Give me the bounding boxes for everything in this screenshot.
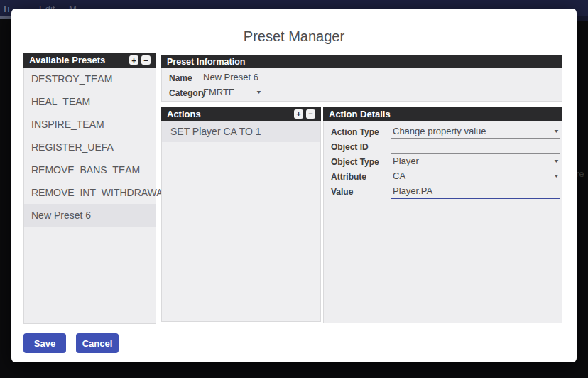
background-toolbar-sliver — [577, 16, 588, 21]
preset-name-input[interactable] — [202, 71, 263, 85]
value-input[interactable] — [391, 185, 560, 199]
object-type-field-wrap: Player ▼ — [391, 154, 560, 168]
value-field-wrap — [391, 184, 560, 198]
minus-icon: − — [143, 56, 148, 65]
plus-icon: + — [296, 109, 300, 118]
preset-list-item[interactable]: HEAL_TEAM — [24, 90, 156, 113]
attribute-row: Attribute CA ▼ — [324, 169, 562, 184]
preset-manager-dialog: Preset Manager Available Presets + − DES… — [11, 9, 577, 362]
category-select[interactable]: FMRTE ▼ — [202, 85, 263, 99]
actions-panel: Actions + − SET Player CA TO 1 — [161, 107, 321, 322]
attribute-field-wrap: CA ▼ — [391, 169, 560, 183]
chevron-down-icon: ▼ — [553, 173, 560, 178]
action-details-body: Action Type Change property value ▼ Obje… — [323, 121, 562, 323]
actions-title: Actions — [167, 109, 201, 119]
object-type-select[interactable]: Player ▼ — [391, 154, 560, 168]
category-label: Category — [169, 88, 206, 98]
chevron-down-icon: ▼ — [553, 158, 560, 163]
value-row: Value — [324, 184, 562, 199]
object-type-row: Object Type Player ▼ — [324, 154, 562, 169]
action-type-field-wrap: Change property value ▼ — [391, 124, 560, 139]
preset-list: DESTROY_TEAM HEAL_TEAM INSPIRE_TEAM REGI… — [23, 68, 156, 324]
dialog-title: Preset Manager — [11, 28, 577, 45]
attribute-label: Attribute — [331, 172, 366, 182]
available-presets-header: Available Presets + − — [23, 53, 156, 68]
category-select-value: FMRTE — [203, 87, 235, 97]
action-type-row: Action Type Change property value ▼ — [324, 124, 562, 139]
available-presets-title: Available Presets — [29, 55, 105, 65]
background-menu-fragment: Ti — [2, 4, 9, 14]
category-row: Category FMRTE ▼ — [162, 85, 562, 100]
chevron-down-icon: ▼ — [256, 90, 262, 94]
add-preset-button[interactable]: + — [129, 55, 138, 65]
actions-header: Actions + − — [161, 107, 321, 121]
action-type-select[interactable]: Change property value ▼ — [391, 124, 560, 139]
preset-list-item[interactable]: REGISTER_UEFA — [24, 136, 156, 158]
attribute-select[interactable]: CA ▼ — [391, 169, 560, 183]
preset-information-body: Name Category FMRTE ▼ — [161, 68, 562, 102]
cancel-button[interactable]: Cancel — [76, 333, 119, 353]
action-type-label: Action Type — [331, 127, 379, 137]
object-id-row: Object ID — [324, 139, 562, 154]
action-details-panel: Action Details Action Type Change proper… — [323, 107, 562, 323]
plus-icon: + — [131, 56, 136, 65]
action-details-header: Action Details — [323, 107, 562, 121]
object-type-label: Object Type — [331, 157, 379, 167]
name-label: Name — [169, 73, 192, 83]
add-action-button[interactable]: + — [294, 109, 303, 119]
category-field-wrap: FMRTE ▼ — [202, 85, 263, 99]
preset-list-item[interactable]: DESTROY_TEAM — [24, 68, 156, 90]
available-presets-panel: Available Presets + − DESTROY_TEAM HEAL_… — [23, 53, 156, 324]
preset-list-item[interactable]: REMOVE_INT_WITHDRAWAL — [24, 181, 156, 204]
preset-information-title: Preset Information — [167, 57, 245, 67]
minus-icon: − — [308, 109, 312, 118]
object-type-select-value: Player — [393, 156, 419, 166]
action-list: SET Player CA TO 1 — [161, 121, 321, 322]
name-row: Name — [162, 70, 562, 85]
save-button[interactable]: Save — [23, 333, 66, 353]
value-label: Value — [331, 187, 353, 197]
attribute-select-value: CA — [393, 171, 405, 181]
remove-preset-button[interactable]: − — [141, 55, 151, 65]
action-type-select-value: Change property value — [393, 126, 486, 136]
background-text-fragment: re — [576, 168, 584, 179]
preset-list-item-selected[interactable]: New Preset 6 — [24, 204, 156, 227]
name-field-wrap — [202, 70, 263, 85]
preset-information-header: Preset Information — [161, 55, 562, 68]
preset-information-panel: Preset Information Name Category FMRTE ▼ — [161, 55, 562, 102]
object-id-label: Object ID — [331, 142, 369, 152]
background-toolbar-sliver — [0, 16, 11, 19]
action-list-item-selected[interactable]: SET Player CA TO 1 — [162, 121, 320, 142]
object-id-field-wrap — [391, 139, 560, 153]
object-id-input[interactable] — [391, 140, 560, 154]
preset-list-item[interactable]: REMOVE_BANS_TEAM — [24, 158, 156, 181]
remove-action-button[interactable]: − — [306, 109, 315, 119]
preset-list-item[interactable]: INSPIRE_TEAM — [24, 113, 156, 136]
action-details-title: Action Details — [329, 109, 391, 119]
chevron-down-icon: ▼ — [553, 129, 560, 134]
